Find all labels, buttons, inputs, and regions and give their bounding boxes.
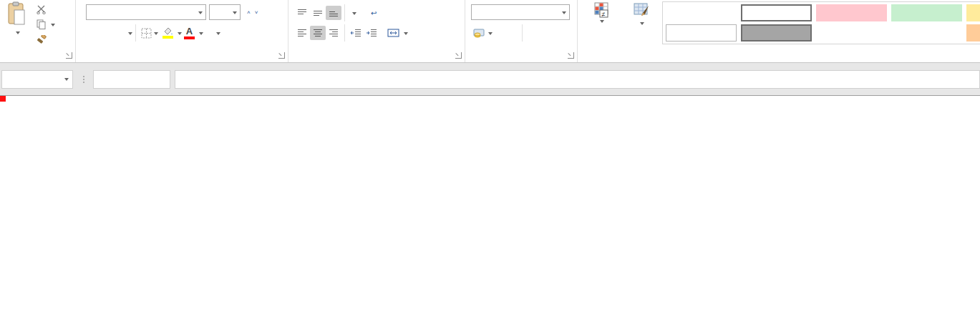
copy-icon (35, 19, 47, 29)
decrease-indent-button[interactable] (348, 26, 364, 40)
format-as-table-button[interactable] (622, 2, 662, 29)
style-swatch-normal-2[interactable] (666, 4, 737, 21)
underline-dropdown-caret[interactable] (128, 32, 132, 37)
style-swatch-input-partial[interactable] (966, 24, 980, 42)
formula-bar-resize-handle[interactable] (79, 76, 89, 83)
align-center-button[interactable] (310, 26, 326, 40)
font-size-caret (233, 11, 237, 16)
style-swatch-warning[interactable] (891, 24, 962, 42)
merge-center-caret[interactable] (404, 32, 408, 37)
svg-text:≠: ≠ (602, 11, 606, 18)
clipboard-dialog-launcher[interactable] (66, 52, 72, 59)
formula-bar-buttons (93, 70, 170, 89)
name-box[interactable] (1, 70, 73, 89)
borders-button[interactable] (139, 27, 160, 39)
cell-styles-gallery (662, 1, 980, 44)
fill-color-button[interactable] (160, 26, 175, 39)
name-box-caret[interactable] (64, 78, 69, 83)
formula-bar (0, 63, 980, 96)
clipboard-small-buttons (33, 2, 57, 47)
number-dialog-launcher[interactable] (568, 52, 574, 59)
styles-group: ≠ (578, 0, 980, 62)
copy-dropdown-caret[interactable] (51, 24, 55, 29)
align-left-button[interactable] (294, 26, 310, 40)
merge-center-icon (387, 29, 399, 37)
increase-indent-button[interactable] (364, 26, 379, 40)
fill-bucket-icon (162, 27, 173, 35)
wrap-text-button[interactable]: ↩ (369, 9, 381, 18)
increase-font-size-button[interactable]: ˄ (245, 9, 253, 16)
format-as-table-caret[interactable] (640, 22, 644, 27)
conditional-formatting-icon: ≠ (593, 2, 611, 19)
number-group (465, 0, 578, 62)
style-swatch-good[interactable] (891, 4, 962, 21)
conditional-formatting-caret[interactable] (600, 20, 604, 25)
fill-handle[interactable] (0, 96, 4, 100)
alignment-group: ↩ (288, 0, 465, 62)
accounting-caret[interactable] (488, 32, 493, 37)
align-top-button[interactable] (294, 6, 310, 20)
number-format-caret (562, 11, 566, 16)
bold-button[interactable] (90, 32, 103, 34)
paste-dropdown-caret[interactable] (16, 31, 20, 36)
underline-button[interactable] (115, 32, 126, 34)
align-bottom-button[interactable] (326, 6, 341, 20)
decrease-font-size-button[interactable]: ˅ (253, 9, 261, 16)
align-middle-button[interactable] (310, 6, 326, 20)
active-cell-selection (0, 96, 3, 99)
style-swatch-normal-selected[interactable] (741, 4, 812, 21)
style-swatch-check-cell[interactable] (741, 24, 812, 42)
style-swatch-calculation[interactable] (666, 24, 737, 42)
style-swatch-neutral-partial[interactable] (966, 4, 980, 21)
format-as-table-icon (634, 2, 651, 19)
style-swatch-bad[interactable] (816, 4, 887, 21)
align-right-button[interactable] (326, 26, 341, 40)
font-group: ˄ ˅ (76, 0, 288, 62)
italic-button[interactable] (103, 32, 115, 34)
alignment-dialog-launcher[interactable] (455, 52, 462, 59)
scissors-icon (35, 5, 47, 14)
orientation-caret[interactable] (352, 12, 356, 17)
paste-clipboard-icon (6, 1, 27, 29)
phonetic-guide-button[interactable] (210, 32, 214, 34)
clipboard-group (0, 0, 76, 62)
format-painter-button[interactable] (33, 32, 57, 47)
red-highlight-box (0, 96, 6, 102)
copy-button[interactable] (33, 17, 57, 31)
font-name-caret (198, 11, 203, 16)
phonetic-caret[interactable] (216, 32, 220, 37)
paste-button[interactable] (1, 1, 31, 47)
cut-button[interactable] (33, 2, 57, 16)
font-color-caret[interactable] (199, 32, 203, 37)
conditional-formatting-button[interactable]: ≠ (582, 2, 622, 25)
excel-window: ˄ ˅ (0, 0, 980, 317)
ribbon-home-tab-content: ˄ ˅ (0, 0, 980, 63)
merge-center-button[interactable] (385, 28, 410, 38)
spreadsheet-grid (0, 96, 980, 317)
font-color-button[interactable]: A (182, 26, 197, 40)
style-swatch-explanatory[interactable] (816, 24, 887, 42)
orientation-button[interactable] (348, 10, 359, 16)
font-name-select[interactable] (86, 4, 206, 20)
font-dialog-launcher[interactable] (278, 52, 285, 59)
accounting-format-button[interactable] (471, 28, 495, 39)
number-format-select[interactable] (471, 4, 570, 20)
borders-icon (141, 28, 152, 39)
accounting-icon (473, 29, 486, 38)
fill-color-caret[interactable] (178, 32, 182, 37)
format-painter-brush-icon (35, 35, 47, 44)
formula-input[interactable] (175, 70, 980, 89)
borders-dropdown-caret[interactable] (154, 32, 158, 37)
font-size-select[interactable] (209, 4, 241, 20)
